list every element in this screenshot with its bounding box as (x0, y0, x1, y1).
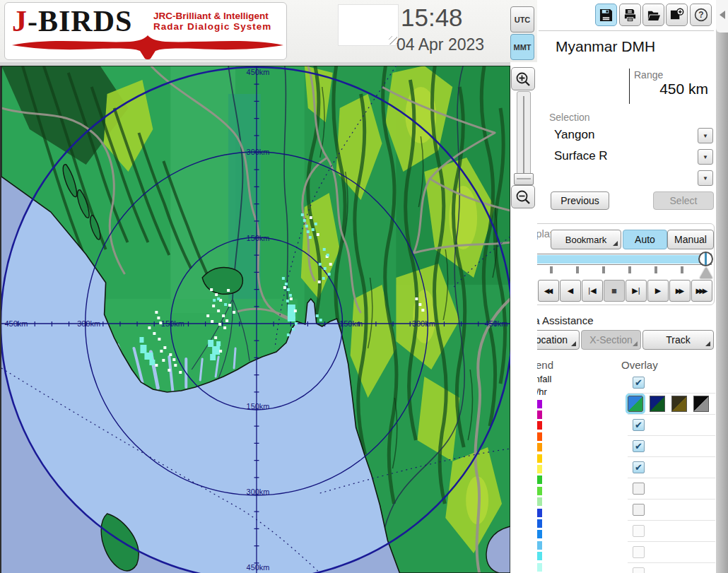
track-button[interactable]: Track (642, 330, 714, 350)
map-style-option[interactable] (650, 396, 665, 412)
selection-label: Selection (549, 112, 590, 123)
overlay-checkbox-list: ✔ ✔ ✔ ✔ (628, 372, 715, 573)
slider-tick (628, 266, 631, 273)
replay-timeline-slider[interactable] (522, 254, 712, 265)
ring-label: 450km (4, 319, 28, 328)
svg-text:?: ? (698, 10, 703, 20)
range-display-box: Range 450 km (549, 66, 714, 107)
overlay-row-line: ✔ (628, 415, 715, 436)
ring-label: 150km (161, 319, 184, 328)
save-icon (599, 8, 613, 22)
brand-initial: J (12, 5, 28, 37)
overlay-row-microburst (628, 563, 715, 573)
zoom-out-button[interactable] (511, 185, 535, 208)
print-button[interactable] (619, 4, 641, 26)
station-title: Myanmar DMH (556, 38, 655, 55)
bookmark-button[interactable]: Bookmark (551, 230, 621, 249)
checkbox[interactable]: ✔ (633, 377, 645, 389)
checkbox (633, 567, 645, 573)
zoom-slider[interactable] (517, 91, 531, 184)
previous-button[interactable]: Previous (551, 191, 609, 210)
add-image-icon (669, 8, 684, 22)
step-back-button[interactable]: |◀ (582, 280, 603, 302)
checkbox[interactable]: ✔ (633, 461, 645, 473)
ring-label: 300km (412, 319, 435, 328)
header-bar: J-BIRDS JRC-Brilliant & Intelligent Rada… (0, 0, 537, 63)
slider-tick (602, 266, 605, 273)
brand-title: J-BIRDS (12, 4, 132, 38)
step-forward-button[interactable]: ▶| (626, 280, 647, 302)
collapse-arrow-icon[interactable] (720, 11, 725, 19)
ring-label: 300km (77, 319, 100, 328)
help-icon: ? (694, 8, 708, 22)
overlay-row-range-az: ✔ (628, 457, 715, 478)
slider-tick (654, 266, 657, 273)
overlay-row-lati-long (628, 478, 715, 500)
brand-tagline-1: JRC-Brilliant & Intelligent (153, 11, 269, 21)
slider-tick (576, 266, 579, 273)
zoom-in-icon (515, 71, 531, 87)
status-box[interactable] (338, 4, 399, 46)
help-button[interactable]: ? (690, 4, 712, 26)
map-style-swatches (628, 394, 715, 415)
zoom-slider-handle[interactable] (514, 173, 534, 185)
overlay-row-map: ✔ (628, 372, 715, 394)
range-value: 450 km (608, 81, 708, 98)
forward-fast-button[interactable]: ▶▶▶ (691, 280, 712, 302)
open-file-button[interactable] (642, 4, 664, 26)
map-style-option[interactable] (628, 396, 643, 412)
checkbox[interactable] (633, 504, 645, 516)
play-reverse-button[interactable]: ◀ (560, 280, 581, 302)
save-button[interactable] (595, 4, 617, 26)
print-icon (623, 8, 637, 22)
clock-time: 15:48 (401, 4, 463, 32)
map-style-option[interactable] (693, 396, 709, 412)
range-end-marker[interactable] (700, 267, 712, 278)
selection-field-product[interactable]: Surface R (554, 149, 688, 163)
overlay-row-marker (628, 500, 715, 521)
auto-mode-button[interactable]: Auto (623, 230, 667, 249)
play-button[interactable]: ▶ (647, 280, 669, 302)
panel-splitter[interactable] (716, 0, 728, 573)
zoom-in-button[interactable] (511, 67, 535, 90)
eagle-logo-icon (11, 35, 285, 59)
slider-fill (524, 255, 706, 264)
checkbox[interactable]: ✔ (633, 419, 645, 431)
checkbox[interactable] (633, 483, 645, 495)
checkbox (633, 546, 645, 558)
zoom-out-icon (515, 189, 531, 205)
mmt-timezone-button[interactable]: MMT (510, 34, 534, 60)
ring-label: 300km (247, 148, 270, 156)
selection-field-site[interactable]: Yangon (554, 128, 688, 142)
stop-button[interactable]: ■ (604, 280, 625, 302)
ring-label: 450km (247, 563, 270, 572)
checkbox (633, 525, 645, 537)
brand-tagline-2: Radar Dialogic System (153, 21, 271, 32)
overlay-row-border: ✔ (628, 436, 715, 457)
forward-button[interactable]: ▶▶ (669, 280, 691, 302)
clock-date: 04 Apr 2023 (397, 35, 484, 54)
x-section-button[interactable]: X-Section (581, 330, 641, 350)
radar-map[interactable]: 450km300km150km150km300km450km450km300km… (0, 66, 510, 573)
open-folder-icon (647, 8, 661, 22)
slider-handle[interactable] (698, 252, 713, 266)
logo-box: J-BIRDS JRC-Brilliant & Intelligent Rada… (4, 2, 287, 60)
checkbox[interactable]: ✔ (633, 440, 645, 452)
map-style-option[interactable] (671, 396, 687, 412)
slider-tick (550, 266, 553, 273)
ring-label: 300km (247, 488, 270, 496)
range-label: Range (634, 69, 663, 81)
ring-label: 150km (339, 319, 363, 328)
manual-mode-button[interactable]: Manual (667, 230, 714, 249)
ring-label: 150km (247, 402, 270, 410)
product-dropdown-button[interactable]: ▼ (698, 149, 713, 165)
panel-divider (539, 30, 714, 31)
site-dropdown-button[interactable]: ▼ (698, 128, 713, 143)
capture-image-button[interactable] (666, 4, 688, 26)
rewind-button[interactable]: ◀◀ (538, 280, 559, 302)
overlay-label: Overlay (621, 359, 658, 371)
select-button[interactable]: Select (653, 191, 714, 210)
slider-tick (681, 266, 683, 273)
extra-dropdown-button[interactable]: ▼ (698, 170, 713, 186)
utc-timezone-button[interactable]: UTC (510, 6, 534, 33)
